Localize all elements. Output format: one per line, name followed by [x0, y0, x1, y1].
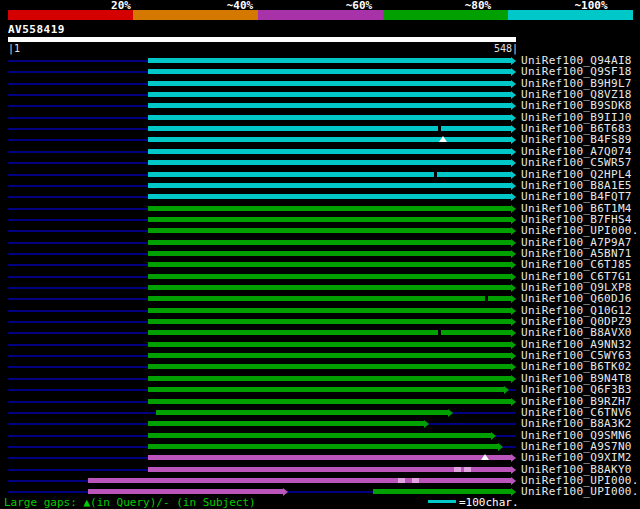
hsp-bar[interactable]: [148, 103, 511, 108]
scale-segment-magenta: [258, 10, 383, 20]
query-start-coord: |1: [8, 43, 20, 54]
hsp-bar[interactable]: [148, 217, 511, 222]
subject-gap-dash: [454, 467, 461, 472]
hsp-bar[interactable]: [148, 353, 511, 358]
alignment-row: UniRef100_Q9XIM2: [0, 452, 640, 463]
hsp-bar[interactable]: [148, 194, 511, 199]
hsp-bar[interactable]: [148, 206, 511, 211]
alignment-row: UniRef100_Q6F3B3: [0, 384, 640, 395]
hit-label[interactable]: UniRef100_B4FQT7: [521, 191, 632, 202]
query-gap-triangle-icon: [481, 454, 489, 460]
hsp-bar[interactable]: [148, 274, 511, 279]
hsp-bar[interactable]: [148, 296, 511, 301]
hsp-bar[interactable]: [156, 410, 448, 415]
hsp-arrowhead-icon: [511, 284, 516, 292]
hit-label[interactable]: UniRef100_Q60DJ6: [521, 293, 632, 304]
hsp-arrowhead-icon: [511, 205, 516, 213]
hsp-bar[interactable]: [148, 376, 511, 381]
identity-scale-bar: [8, 10, 633, 20]
hsp-bar[interactable]: [148, 330, 511, 335]
hsp-bar[interactable]: [148, 149, 511, 154]
hit-label[interactable]: UniRef100_UPI000...: [521, 225, 640, 236]
hsp-bar[interactable]: [148, 364, 511, 369]
hsp-bar[interactable]: [88, 489, 284, 494]
hsp-arrowhead-icon: [511, 216, 516, 224]
alignment-row: UniRef100_C5WR57: [0, 157, 640, 168]
hsp-bar[interactable]: [148, 387, 504, 392]
alignment-row: UniRef100_Q9SF18: [0, 66, 640, 77]
scale-segment-orange: [133, 10, 258, 20]
hit-label[interactable]: UniRef100_C6TJ85: [521, 259, 632, 270]
gaps-legend: Large gaps: ▲(in Query)/- (in Subject): [4, 496, 256, 509]
hsp-bar[interactable]: [148, 342, 511, 347]
hsp-arrowhead-icon: [511, 159, 516, 167]
hsp-bar[interactable]: [88, 478, 512, 483]
hsp-arrowhead-icon: [283, 488, 288, 496]
hsp-arrowhead-icon: [511, 182, 516, 190]
scale-legend-text: =100char.: [459, 496, 519, 509]
hit-label[interactable]: UniRef100_Q9XIM2: [521, 452, 632, 463]
hsp-bar[interactable]: [148, 399, 511, 404]
hsp-arrowhead-icon: [511, 239, 516, 247]
query-bar: [8, 37, 516, 42]
hsp-arrowhead-icon: [511, 136, 516, 144]
alignment-row: UniRef100_B8A3K2: [0, 418, 640, 429]
hsp-bar[interactable]: [148, 251, 511, 256]
hsp-bar[interactable]: [148, 433, 491, 438]
hit-label[interactable]: UniRef100_UPI000...: [521, 486, 640, 497]
hsp-arrowhead-icon: [511, 477, 516, 485]
hsp-arrowhead-icon: [511, 80, 516, 88]
hsp-arrowhead-icon: [511, 57, 516, 65]
hsp-arrowhead-icon: [511, 193, 516, 201]
hsp-bar[interactable]: [148, 69, 511, 74]
hit-label[interactable]: UniRef100_B8A3K2: [521, 418, 632, 429]
hit-label[interactable]: UniRef100_C5WR57: [521, 157, 632, 168]
hsp-arrowhead-icon: [511, 125, 516, 133]
hsp-bar[interactable]: [148, 455, 511, 460]
hsp-bar[interactable]: [373, 489, 511, 494]
hsp-bar[interactable]: [148, 183, 511, 188]
hsp-arrowhead-icon: [511, 102, 516, 110]
scale-segment-cyan: [508, 10, 633, 20]
hit-label[interactable]: UniRef100_Q6F3B3: [521, 384, 632, 395]
hsp-arrowhead-icon: [511, 466, 516, 474]
hsp-bar[interactable]: [148, 240, 511, 245]
hsp-arrowhead-icon: [511, 352, 516, 360]
hsp-bar[interactable]: [148, 308, 511, 313]
hsp-bar[interactable]: [148, 444, 498, 449]
hsp-bar[interactable]: [148, 115, 511, 120]
hsp-arrowhead-icon: [511, 363, 516, 371]
hsp-arrowhead-icon: [511, 91, 516, 99]
query-end-coord: 548|: [438, 43, 518, 54]
hsp-bar[interactable]: [148, 228, 511, 233]
hsp-bar[interactable]: [148, 285, 511, 290]
subject-gap-dash: [398, 478, 405, 483]
subject-gap-tick: [438, 126, 441, 131]
hsp-bar[interactable]: [148, 126, 511, 131]
hsp-bar[interactable]: [148, 421, 424, 426]
hsp-arrowhead-icon: [504, 386, 509, 394]
hit-label[interactable]: UniRef100_Q9SF18: [521, 66, 632, 77]
hsp-bar[interactable]: [148, 172, 511, 177]
subject-gap-tick: [434, 172, 437, 177]
subject-gap-dash: [412, 478, 419, 483]
hsp-arrowhead-icon: [511, 68, 516, 76]
alignment-row: UniRef100_UPI000...: [0, 225, 640, 236]
hsp-arrowhead-icon: [511, 171, 516, 179]
hsp-bar[interactable]: [148, 319, 511, 324]
hsp-bar[interactable]: [148, 92, 511, 97]
hsp-arrowhead-icon: [511, 454, 516, 462]
hsp-arrowhead-icon: [511, 261, 516, 269]
hsp-arrowhead-icon: [511, 227, 516, 235]
subject-gap-dash: [464, 467, 471, 472]
hsp-bar[interactable]: [148, 262, 511, 267]
hsp-arrowhead-icon: [511, 307, 516, 315]
query-gap-triangle-icon: [439, 136, 447, 142]
hsp-bar[interactable]: [148, 81, 511, 86]
hsp-bar[interactable]: [148, 160, 511, 165]
alignment-plot: UniRef100_Q94AI8UniRef100_Q9SF18UniRef10…: [0, 55, 640, 499]
hsp-bar[interactable]: [148, 58, 511, 63]
hsp-bar[interactable]: [148, 137, 511, 142]
hsp-arrowhead-icon: [511, 148, 516, 156]
subject-gap-tick: [438, 330, 441, 335]
